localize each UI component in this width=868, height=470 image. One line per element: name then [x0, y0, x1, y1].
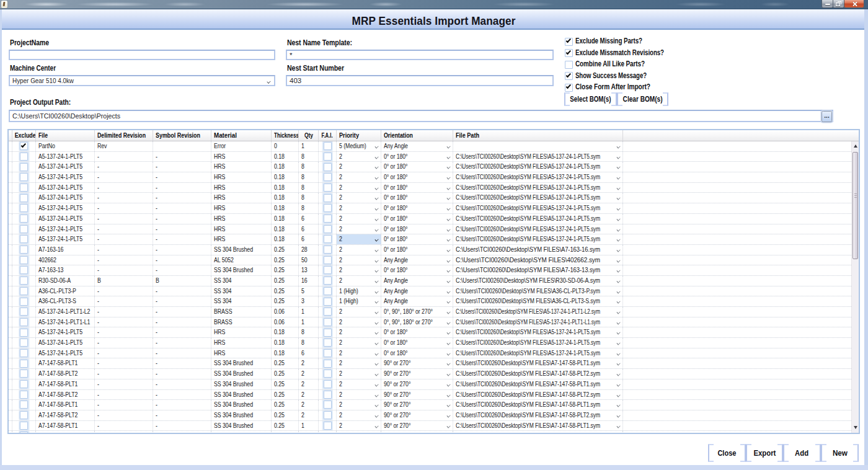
exclude-checkbox[interactable] [20, 308, 28, 316]
priority-dropdown[interactable]: 2 [337, 421, 381, 431]
orientation-dropdown[interactable]: Any Angle [381, 276, 453, 286]
orientation-dropdown[interactable]: 0° or 180° [381, 338, 453, 348]
file-path-dropdown[interactable]: C:\Users\TCI00260\Desktop\SYM FILES\A5-1… [453, 317, 623, 327]
orientation-dropdown[interactable]: 0° or 180° [381, 193, 453, 203]
fai-checkbox[interactable] [324, 173, 332, 181]
project-name-input[interactable] [9, 50, 275, 60]
exclude-checkbox[interactable] [20, 173, 28, 181]
priority-dropdown[interactable]: 2 [337, 234, 381, 244]
file-path-dropdown[interactable]: C:\Users\TCI00260\Desktop\SYM FILES\A7-1… [453, 358, 623, 368]
orientation-dropdown[interactable]: 90° or 270° [381, 358, 453, 368]
file-path-dropdown[interactable]: C:\Users\TCI00260\Desktop\SYM FILES\A7-1… [453, 379, 623, 389]
fai-checkbox[interactable] [324, 401, 332, 409]
priority-dropdown[interactable]: 2 [337, 162, 381, 172]
file-path-dropdown[interactable]: C:\Users\TCI00260\Desktop\SYM FILES\A5-1… [453, 224, 623, 234]
priority-dropdown[interactable]: 2 [337, 214, 381, 224]
priority-dropdown[interactable]: 2 [337, 245, 381, 255]
fai-checkbox[interactable] [324, 256, 332, 264]
exclude-checkbox[interactable] [20, 266, 28, 274]
scroll-down-button[interactable] [852, 422, 859, 433]
fai-checkbox[interactable] [324, 246, 332, 254]
priority-dropdown[interactable]: 2 [337, 193, 381, 203]
file-path-dropdown[interactable]: C:\Users\TCI00260\Desktop\SYM FILES\A5-1… [453, 203, 623, 213]
titlebar[interactable] [0, 0, 868, 9]
orientation-dropdown[interactable]: Any Angle [381, 296, 453, 306]
file-path-dropdown[interactable]: C:\Users\TCI00260\Desktop\SYM FILES\A5-1… [453, 193, 623, 203]
exclude-checkbox[interactable] [20, 349, 28, 357]
orientation-dropdown[interactable]: 0° or 180° [381, 172, 453, 182]
priority-dropdown[interactable]: 2 [337, 390, 381, 400]
new-button[interactable]: New [821, 444, 859, 462]
file-path-dropdown[interactable]: C:\Users\TCI00260\Desktop\SYM FILES\A5-1… [453, 172, 623, 182]
exclude-checkbox[interactable] [20, 194, 28, 202]
fai-checkbox[interactable] [324, 153, 332, 161]
exclude-checkbox[interactable] [20, 277, 28, 285]
file-path-dropdown[interactable]: C:\Users\TCI00260\Desktop\SYM FILES\A5-1… [453, 307, 623, 317]
priority-dropdown[interactable]: 1 (High) [337, 296, 381, 306]
fai-checkbox[interactable] [324, 329, 332, 337]
exclude-checkbox[interactable] [20, 401, 28, 409]
exclude-checkbox[interactable] [20, 153, 28, 161]
orientation-dropdown[interactable]: Any Angle [381, 141, 453, 151]
orientation-dropdown[interactable]: 0° or 180° [381, 234, 453, 244]
file-path-dropdown[interactable]: C:\Users\TCI00260\Desktop\SYM FILES\A5-1… [453, 152, 623, 162]
fai-checkbox[interactable] [324, 163, 332, 171]
file-path-dropdown[interactable]: C:\Users\TCI00260\Desktop\SYM FILES\A7-1… [453, 390, 623, 400]
column-header-thickness[interactable]: Thickness [272, 130, 299, 141]
exclude-checkbox[interactable] [20, 204, 28, 212]
fai-checkbox[interactable] [324, 204, 332, 212]
option-checkbox-5[interactable] [565, 84, 573, 92]
orientation-dropdown[interactable]: 90° or 270° [381, 379, 453, 389]
option-checkbox-3[interactable] [565, 61, 573, 69]
exclude-checkbox[interactable] [20, 287, 28, 295]
exclude-checkbox[interactable] [20, 298, 28, 306]
nest-name-template-input[interactable]: * [286, 50, 554, 60]
exclude-checkbox[interactable] [20, 163, 28, 171]
fai-checkbox[interactable] [324, 266, 332, 274]
file-path-dropdown[interactable]: C:\Users\TCI00260\Desktop\SYM FILES\A7-1… [453, 369, 623, 379]
priority-dropdown[interactable]: 2 [337, 400, 381, 410]
fai-checkbox[interactable] [324, 194, 332, 202]
column-header-exclude[interactable]: Exclude [12, 130, 36, 141]
file-path-dropdown[interactable]: C:\Users\TCI00260\Desktop\SYM FILES\A5-1… [453, 338, 623, 348]
orientation-dropdown[interactable]: 0° or 180° [381, 327, 453, 337]
priority-dropdown[interactable]: 2 [337, 379, 381, 389]
orientation-dropdown[interactable]: 0°, 90°, 180° or 270° [381, 307, 453, 317]
exclude-checkbox[interactable] [20, 329, 28, 337]
fai-checkbox[interactable] [324, 391, 332, 399]
file-path-dropdown[interactable]: C:\Users\TCI00260\Desktop\SYM FILES\A5-1… [453, 348, 623, 358]
file-path-dropdown[interactable]: C:\Users\TCI00260\Desktop\SYM FILES\A5-1… [453, 214, 623, 224]
orientation-dropdown[interactable]: 0° or 180° [381, 214, 453, 224]
fai-checkbox[interactable] [324, 422, 332, 430]
fai-checkbox[interactable] [324, 370, 332, 378]
exclude-checkbox[interactable] [20, 318, 28, 326]
exclude-checkbox[interactable] [20, 256, 28, 264]
option-checkbox-4[interactable] [565, 72, 573, 80]
fai-checkbox[interactable] [324, 277, 332, 285]
exclude-checkbox[interactable] [20, 391, 28, 399]
option-checkbox-2[interactable] [565, 49, 573, 57]
orientation-dropdown[interactable]: 90° or 270° [381, 421, 453, 431]
minimize-button[interactable] [822, 0, 833, 8]
orientation-dropdown[interactable]: 0° or 180° [381, 183, 453, 193]
priority-dropdown[interactable]: 2 [337, 338, 381, 348]
exclude-checkbox[interactable] [20, 339, 28, 347]
file-path-dropdown[interactable]: C:\Users\TCI00260\Desktop\SYM FILES\A7-1… [453, 245, 623, 255]
exclude-checkbox[interactable] [20, 215, 28, 223]
priority-dropdown[interactable]: 2 [337, 255, 381, 265]
orientation-dropdown[interactable]: 0° or 180° [381, 162, 453, 172]
option-checkbox-1[interactable] [565, 38, 573, 46]
orientation-dropdown[interactable]: 0° or 180° [381, 224, 453, 234]
priority-dropdown[interactable]: 2 [337, 203, 381, 213]
fai-checkbox[interactable] [324, 142, 332, 150]
close-button[interactable]: Close [708, 444, 746, 462]
fai-checkbox[interactable] [324, 287, 332, 295]
priority-dropdown[interactable]: 2 [337, 265, 381, 275]
browse-button[interactable]: ... [822, 111, 832, 122]
orientation-dropdown[interactable]: 0° or 180° [381, 265, 453, 275]
priority-dropdown[interactable]: 2 [337, 410, 381, 420]
orientation-dropdown[interactable]: 0°, 90°, 180° or 270° [381, 317, 453, 327]
select-bom-button[interactable]: Select BOM(s) [564, 92, 617, 106]
column-header-delimited-revision[interactable]: Delimited Revision [95, 130, 153, 141]
fai-checkbox[interactable] [324, 235, 332, 243]
